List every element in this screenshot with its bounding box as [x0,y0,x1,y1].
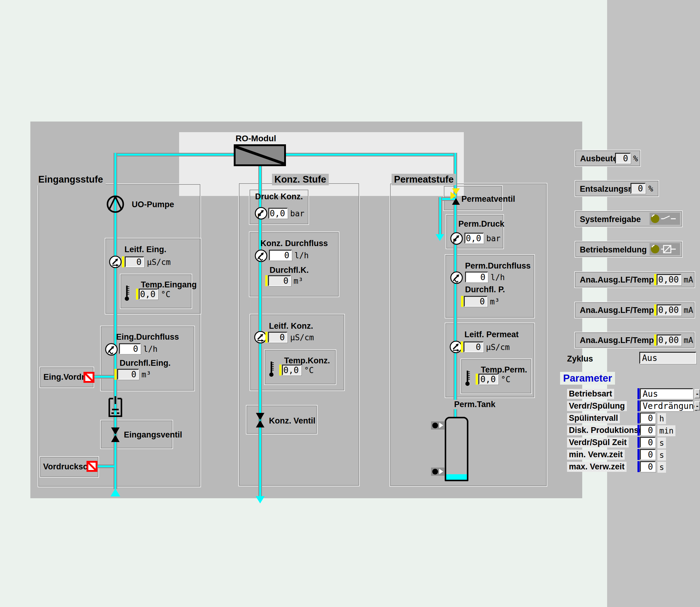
durchfl-p-title: Durchfl. P. [465,285,505,294]
perm-durchfluss-value-field: 0 [465,272,488,282]
perm-tank-label: Perm.Tank [453,400,497,409]
conductivity-gauge-icon [109,255,122,269]
analog-output-2-value-field: 0,00 [657,305,681,316]
durchfl-p-unit: m³ [490,296,499,307]
leitf-konz-indicator-bar [265,332,267,343]
ro-module-icon [234,144,286,166]
param-produktionsdauer-bar [637,425,640,436]
konz-durchfluss-unit: l/h [294,250,309,261]
pressure-gauge-letter: P [453,237,457,245]
param-min-verwzeit-field[interactable]: 0 [640,449,656,460]
durchfl-k-value-field: 0 [268,275,291,286]
param-produktionsdauer-field[interactable]: 0 [640,425,656,436]
konz-durchfluss-title: Konz. Durchfluss [249,239,340,248]
flow-arrow-permeat-branch-icon [436,234,444,241]
tank-level-sensor-high-icon [431,421,444,430]
thermometer-icon [269,360,275,377]
vordruckschalter-alarm-icon [87,461,97,472]
param-max-verwzeit-unit: s [657,462,666,473]
leitf-eing-indicator-bar [122,256,124,267]
ro-module-label: RO-Modul [236,134,276,143]
entsalzungsrate-unit: % [649,184,653,194]
param-betriebsart-field[interactable]: Aus [640,388,693,399]
param-verdr-spuelung-minus-button[interactable]: - [695,401,700,411]
stage-title-permeatstufe: Permeatstufe [392,174,456,185]
leitf-permeat-value-field: 0 [463,341,484,352]
durchfl-p-indicator-bar [461,296,463,307]
analog-output-1-value-field: 0,00 [657,274,681,285]
analog-output-2-label: Ana.Ausg.LF/Temp-Perm [580,306,654,315]
leitf-eing-value-field: 0 [125,256,144,267]
param-spuelintervall-bar [637,413,640,423]
param-verdr-spuel-zeit-label: Verdr/Spül Zeit [567,438,629,447]
konz-ventil-valve-icon[interactable] [256,413,265,428]
analog-output-1-unit: mA [684,275,693,285]
param-min-verwzeit-bar [637,449,640,460]
leitf-konz-title: Leitf. Konz. [269,321,313,331]
param-min-verwzeit-unit: s [657,449,666,461]
perm-durchfluss-title: Perm.Durchfluss [465,261,531,271]
analog-output-1-indicator-bar [654,274,656,285]
stage-title-eingangsstufe: Eingangsstufe [36,174,106,185]
thermometer-icon [125,284,130,301]
temp-konz-indicator-bar [279,364,281,376]
druck-konz-title: Druck Konz. [249,192,309,202]
pipe-permeat-branch-v [438,197,442,234]
eing-vordruck-alarm-icon [84,372,94,383]
druck-konz-unit: bar [290,208,304,219]
flow-gauge-icon [105,343,118,356]
temp-konz-unit: °C [304,365,313,376]
leitf-permeat-indicator-bar [461,341,463,352]
pressure-gauge-letter: P [257,212,261,219]
temp-eingang-indicator-bar [136,289,138,299]
perm-druck-title: Perm.Druck [458,219,504,229]
konz-durchfluss-value-field: 0 [269,250,292,261]
param-produktionsdauer-label: Disk. Produktionsdauer [567,425,641,435]
permeatventil-3way-valve-icon[interactable] [450,188,462,205]
param-verdr-spuel-zeit-field[interactable]: 0 [640,437,656,448]
analog-output-3-value-field: 0,00 [657,334,681,346]
leitf-permeat-title: Leitf. Permeat [464,330,519,339]
zyklus-label: Zyklus [567,354,593,364]
durchfl-k-title: Durchfl.K. [269,266,309,275]
param-max-verwzeit-field[interactable]: 0 [640,461,656,472]
durchfl-k-unit: m³ [293,276,303,286]
eing-durchfluss-title: Eing.Durchfluss [100,332,195,342]
temp-perm-unit: °C [501,374,510,384]
eing-vordruck-label: Eing.Vordruck [43,373,84,382]
durchfl-p-value-field: 0 [464,296,487,307]
betriebsmeldung-contact-indicator[interactable] [650,243,680,255]
ausbeute-value-field: 0 [615,153,631,164]
temp-perm-indicator-bar [476,374,478,384]
param-spuelintervall-label: Spülintervall [567,413,620,423]
zyklus-value-field: Aus [639,352,696,364]
systemfreigabe-switch-indicator[interactable] [650,213,680,225]
leitf-permeat-unit: µS/cm [486,342,510,352]
leitf-konz-value-field: 0 [268,332,287,343]
entsalzungsrate-value-field: 0 [631,183,646,194]
temp-eingang-value-field: 0,0 [139,289,158,299]
param-verdr-spuelung-label: Verdr/Spülung [567,401,627,411]
temp-perm-value-field: 0,0 [478,374,499,384]
analog-output-1-label: Ana.Ausg.LF/Temp-Perm [580,275,654,285]
durchfl-eing-value-field: 0 [117,369,139,380]
param-spuelintervall-field[interactable]: 0 [640,413,656,423]
analog-output-3-indicator-bar [654,334,656,346]
temp-eingang-unit: °C [161,289,170,299]
leitf-eing-title: Leitf. Eing. [125,245,166,254]
temp-eingang-title: Temp.Eingang [141,280,197,290]
param-betriebsart-minus-button[interactable]: - [695,389,700,398]
pump-label: UO-Pumpe [132,200,174,209]
pipe-vordruck-branch [93,375,114,379]
pipe-vordruckschalter-branch [96,464,114,468]
durchfl-k-indicator-bar [265,275,267,286]
flow-gauge-icon [255,249,268,263]
betriebsmeldung-label: Betriebsmeldung [580,245,647,255]
permeatventil-label: Permeatventil [461,194,515,204]
param-verdr-spuelung-field[interactable]: Verdrängung [640,400,693,411]
flow-gauge-icon [450,271,463,284]
ro-hmi-screen: Eingangsstufe Konz. Stufe Permeatstufe R… [0,0,700,607]
systemfreigabe-label: Systemfreigabe [580,215,641,224]
ausbeute-label: Ausbeute [580,154,617,164]
eingangsventil-valve-icon[interactable] [111,427,120,442]
